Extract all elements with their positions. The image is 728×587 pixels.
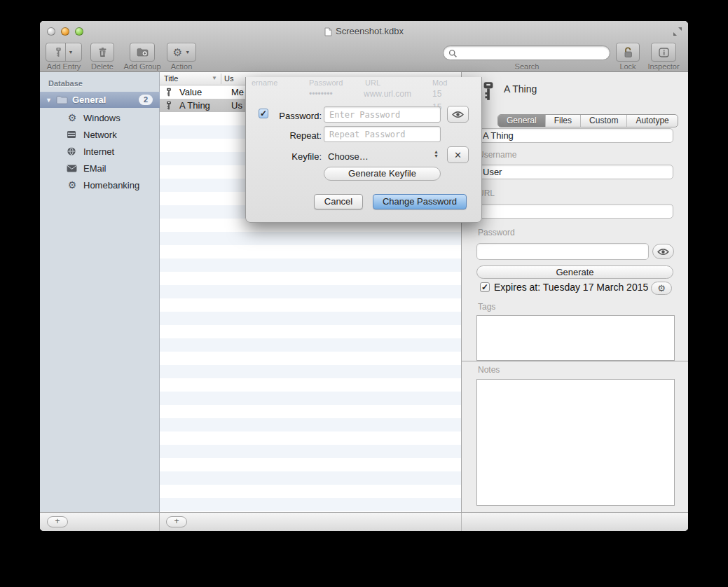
window-title: Screenshot.kdbx bbox=[40, 26, 688, 36]
expires-row: ✓ Expires at: Tuesday 17 March 2015 bbox=[480, 282, 648, 293]
sidebar-item-label: Internet bbox=[83, 146, 114, 157]
repeat-password-input[interactable] bbox=[324, 126, 441, 142]
sidebar-group-label: General bbox=[72, 95, 106, 105]
ghost-cell-url: www.url.com bbox=[364, 89, 411, 99]
search-input[interactable] bbox=[460, 47, 604, 59]
trash-icon bbox=[98, 47, 107, 57]
key-icon bbox=[165, 87, 172, 97]
change-password-button[interactable]: Change Password bbox=[373, 194, 467, 209]
username-label: Username bbox=[478, 150, 516, 160]
info-icon bbox=[659, 48, 669, 57]
chevron-down-icon: ▼ bbox=[185, 50, 190, 55]
sidebar-item-label: Network bbox=[83, 130, 117, 140]
footer-divider bbox=[461, 513, 462, 531]
key-icon bbox=[165, 100, 172, 111]
segment-divider bbox=[65, 43, 66, 61]
keyfile-label: Keyfile: bbox=[252, 151, 322, 162]
change-password-sheet: ername Password URL Mod •••••••• www.url… bbox=[245, 77, 482, 223]
stepper-icon[interactable]: ▲▼ bbox=[434, 150, 439, 158]
entry-username: Me bbox=[231, 87, 244, 97]
cancel-button[interactable]: Cancel bbox=[314, 194, 363, 209]
url-field[interactable] bbox=[476, 204, 673, 219]
gear-icon: ⚙ bbox=[67, 180, 78, 190]
eye-icon bbox=[657, 248, 669, 256]
sidebar-section-header: Database bbox=[48, 79, 83, 88]
column-header-username[interactable]: Us bbox=[224, 74, 233, 83]
lock-button[interactable] bbox=[616, 43, 640, 62]
inspector-panel: A Thing General Files Custom Autotype Us… bbox=[461, 72, 688, 512]
column-header-title[interactable]: Title bbox=[164, 74, 178, 83]
delete-button[interactable] bbox=[90, 43, 114, 62]
tab-custom[interactable]: Custom bbox=[580, 115, 626, 127]
eye-icon bbox=[452, 111, 464, 118]
tags-textarea[interactable] bbox=[476, 315, 675, 361]
action-button[interactable]: ⚙ ▼ bbox=[167, 43, 196, 62]
ghost-cell-modified: 15 bbox=[432, 89, 441, 99]
app-window: Screenshot.kdbx ▼ Add Entry Delete Add G… bbox=[40, 21, 688, 531]
document-icon bbox=[324, 27, 332, 36]
generate-keyfile-button[interactable]: Generate Keyfile bbox=[324, 167, 441, 181]
tab-general[interactable]: General bbox=[498, 115, 545, 127]
inspector-entry-title: A Thing bbox=[504, 83, 537, 95]
expires-label: Expires at: Tuesday 17 March 2015 bbox=[494, 282, 648, 293]
unlock-icon bbox=[623, 47, 633, 58]
sort-arrow-icon: ▼ bbox=[212, 75, 217, 81]
show-password-button[interactable] bbox=[447, 106, 469, 123]
search-field[interactable] bbox=[443, 46, 610, 60]
search-icon bbox=[448, 49, 458, 58]
entry-title: A Thing bbox=[179, 100, 221, 111]
tags-label: Tags bbox=[478, 302, 495, 312]
sidebar-group-general[interactable]: ▼ General 2 bbox=[40, 92, 160, 108]
notes-label: Notes bbox=[478, 365, 500, 375]
window-title-text: Screenshot.kdbx bbox=[336, 26, 404, 36]
globe-icon bbox=[67, 146, 78, 156]
fullscreen-icon[interactable] bbox=[673, 27, 682, 36]
sidebar: Database ▼ General 2 ⚙ Windows Network I… bbox=[40, 72, 160, 512]
new-password-input[interactable] bbox=[324, 106, 441, 123]
add-group-button[interactable] bbox=[130, 43, 155, 62]
gear-icon: ⚙ bbox=[657, 284, 666, 293]
key-icon bbox=[481, 78, 496, 104]
gear-icon: ⚙ bbox=[173, 47, 182, 57]
folder-icon bbox=[56, 95, 68, 104]
keyfile-popup[interactable]: Choose… bbox=[328, 151, 369, 162]
envelope-icon bbox=[67, 165, 78, 172]
sidebar-item-label: Windows bbox=[83, 113, 121, 123]
disclosure-triangle-icon[interactable]: ▼ bbox=[46, 97, 52, 104]
ghost-column-modified: Mod bbox=[432, 78, 447, 87]
password-field[interactable] bbox=[476, 243, 649, 260]
title-toolbar: Screenshot.kdbx ▼ Add Entry Delete Add G… bbox=[40, 21, 688, 72]
password-label: Password: bbox=[252, 111, 322, 121]
ghost-column-password: Password bbox=[309, 78, 343, 87]
notes-textarea[interactable] bbox=[476, 379, 675, 506]
sidebar-item-homebanking[interactable]: ⚙ Homebanking bbox=[40, 177, 160, 193]
bottom-bar: + + bbox=[40, 512, 688, 531]
section-divider bbox=[462, 361, 688, 361]
add-group-footer-button[interactable]: + bbox=[47, 516, 68, 527]
show-password-button[interactable] bbox=[652, 244, 674, 259]
inspector-label: Inspector bbox=[641, 62, 686, 71]
inspector-tabs: General Files Custom Autotype bbox=[497, 114, 678, 127]
expires-settings-button[interactable]: ⚙ bbox=[651, 282, 672, 295]
tab-files[interactable]: Files bbox=[545, 115, 580, 127]
expires-checkbox[interactable]: ✓ bbox=[480, 282, 490, 292]
generate-password-button[interactable]: Generate bbox=[476, 265, 673, 279]
password-label: Password bbox=[478, 228, 515, 237]
sidebar-item-email[interactable]: EMail bbox=[40, 160, 160, 176]
add-entry-button[interactable]: ▼ bbox=[46, 43, 82, 62]
title-field[interactable] bbox=[476, 128, 673, 143]
username-field[interactable] bbox=[476, 165, 673, 179]
column-divider[interactable] bbox=[221, 74, 221, 84]
sidebar-item-network[interactable]: Network bbox=[40, 127, 160, 142]
tab-autotype[interactable]: Autotype bbox=[626, 115, 677, 127]
sidebar-item-windows[interactable]: ⚙ Windows bbox=[40, 110, 160, 125]
ghost-cell-password: •••••••• bbox=[309, 89, 333, 99]
add-entry-footer-button[interactable]: + bbox=[166, 516, 187, 527]
gear-icon: ⚙ bbox=[67, 113, 78, 123]
sidebar-item-internet[interactable]: Internet bbox=[40, 144, 160, 159]
entry-username: Us bbox=[231, 100, 242, 111]
inspector-button[interactable] bbox=[651, 43, 676, 62]
clear-keyfile-button[interactable]: ✕ bbox=[447, 146, 469, 163]
count-badge: 2 bbox=[139, 95, 153, 105]
search-label: Search bbox=[499, 62, 555, 71]
